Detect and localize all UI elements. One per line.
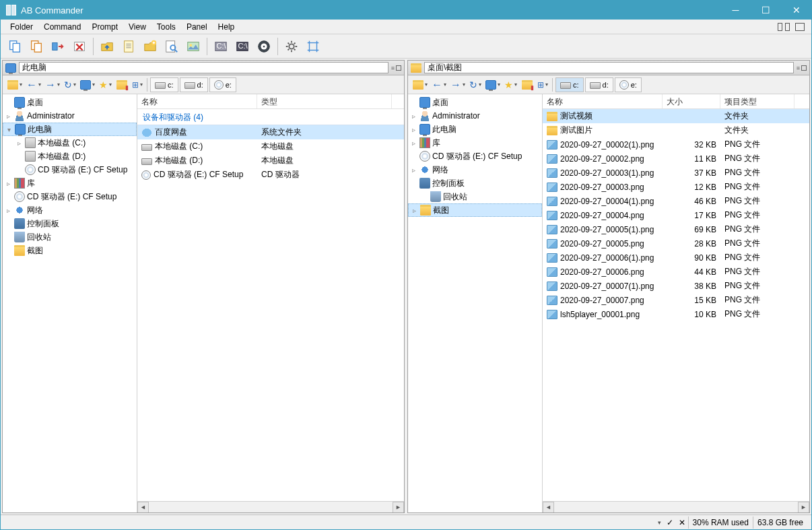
list-row[interactable]: lsh5player_00001.png10 KBPNG 文件	[543, 307, 809, 321]
column-header[interactable]: 名称	[137, 94, 257, 108]
tree-item[interactable]: CD 驱动器 (E:) CF Setup	[408, 150, 542, 163]
list-row[interactable]: 2020-09-27_00004(1).png46 KBPNG 文件	[543, 194, 809, 208]
tree-item[interactable]: ▹此电脑	[408, 123, 542, 136]
expand-icon[interactable]: ▹	[410, 207, 418, 214]
path-menu-icon[interactable]	[801, 65, 807, 71]
horizontal-scrollbar[interactable]: ◄►	[137, 501, 404, 512]
cmd2-button[interactable]: C:\	[232, 36, 252, 57]
list-row[interactable]: 本地磁盘 (C:)本地磁盘	[137, 139, 404, 154]
expand-icon[interactable]: ▹	[409, 166, 417, 174]
path-menu-icon[interactable]	[396, 65, 401, 71]
expand-icon[interactable]: ▹	[4, 180, 12, 187]
list-row[interactable]: 2020-09-27_00003.png12 KBPNG 文件	[543, 180, 809, 194]
menu-view[interactable]: View	[123, 21, 151, 33]
status-dropdown[interactable]: ▾	[655, 519, 664, 526]
list-row[interactable]: CD 驱动器 (E:) CF SetupCD 驱动器	[137, 168, 404, 182]
nav-monitor-button[interactable]: ▾	[78, 77, 96, 92]
list-row[interactable]: 2020-09-27_00004.png17 KBPNG 文件	[543, 208, 809, 222]
list-header[interactable]: 名称大小项目类型	[543, 94, 809, 109]
list-row[interactable]: 测试图片文件夹	[543, 123, 809, 137]
column-header[interactable]: 项目类型	[720, 94, 794, 108]
tree-item[interactable]: CD 驱动器 (E:) CF Setup	[3, 163, 137, 176]
copy2-button[interactable]	[26, 36, 46, 57]
menu-tools[interactable]: Tools	[151, 21, 181, 33]
tree-item[interactable]: 回收站	[3, 230, 137, 244]
drive-d-button[interactable]: d:	[180, 77, 208, 92]
nav-favorite-button[interactable]: ★▾	[502, 77, 518, 92]
layout-horizontal-icon[interactable]	[795, 23, 805, 31]
horizontal-scrollbar[interactable]: ◄►	[543, 501, 809, 512]
drive-c-button[interactable]: c:	[555, 77, 584, 92]
column-header[interactable]: 类型	[257, 94, 392, 108]
tree-item[interactable]: 回收站	[408, 190, 542, 203]
list-row[interactable]: 2020-09-27_00002(1).png32 KBPNG 文件	[543, 137, 809, 152]
column-header[interactable]: 名称	[543, 94, 663, 108]
tree-item[interactable]: 截图	[3, 244, 137, 257]
nav-folder-up-button[interactable]: ▾	[5, 77, 24, 92]
nav-back-button[interactable]: ←▾	[430, 77, 448, 92]
list-row[interactable]: 2020-09-27_00002.png11 KBPNG 文件	[543, 152, 809, 166]
notes-button[interactable]	[119, 36, 139, 57]
list-row[interactable]: 2020-09-27_00003(1).png37 KBPNG 文件	[543, 166, 809, 180]
expand-icon[interactable]: ▹	[409, 126, 417, 133]
tree-item[interactable]: ▹Administrator	[3, 109, 137, 123]
layout-toggle-icons[interactable]	[778, 23, 807, 31]
drive-c-button[interactable]: c:	[150, 77, 178, 92]
drive-e-button[interactable]: e:	[209, 77, 236, 92]
layout-vertical-icon[interactable]	[778, 23, 782, 31]
list-row[interactable]: 测试视频文件夹	[543, 109, 809, 123]
expand-icon[interactable]: ▹	[4, 207, 12, 214]
list-row[interactable]: 本地磁盘 (D:)本地磁盘	[137, 154, 404, 168]
tree-item[interactable]: ▹网络	[408, 163, 542, 176]
close-button[interactable]: ✕	[781, 1, 811, 20]
list-header[interactable]: 名称类型	[137, 94, 404, 109]
list-row[interactable]: 百度网盘系统文件夹	[137, 125, 404, 139]
layout-vertical-icon[interactable]	[785, 23, 790, 31]
folder-tree[interactable]: 桌面▹Administrator▾此电脑▹本地磁盘 (C:)本地磁盘 (D:)C…	[3, 94, 137, 512]
search-button[interactable]	[162, 36, 182, 57]
tree-item[interactable]: ▾此电脑	[3, 123, 137, 136]
nav-forward-button[interactable]: →▾	[448, 77, 467, 92]
drive-e-button[interactable]: e:	[615, 77, 642, 92]
nav-refresh-button[interactable]: ↻▾	[62, 77, 77, 92]
expand-icon[interactable]: ▹	[15, 139, 23, 147]
list-row[interactable]: 2020-09-27_00007.png15 KBPNG 文件	[543, 293, 809, 307]
list-row[interactable]: 2020-09-27_00005(1).png69 KBPNG 文件	[543, 222, 809, 236]
crop-button[interactable]	[303, 36, 323, 57]
list-row[interactable]: 2020-09-27_00007(1).png38 KBPNG 文件	[543, 279, 809, 293]
image-button[interactable]	[183, 36, 203, 57]
nav-view-button[interactable]: ⊞▾	[129, 77, 144, 92]
delete-button[interactable]	[69, 36, 90, 57]
nav-view-button[interactable]: ⊞▾	[535, 77, 549, 92]
new-folder-button[interactable]	[140, 36, 160, 57]
disk-button[interactable]	[254, 36, 274, 57]
expand-icon[interactable]: ▾	[5, 126, 13, 133]
status-close-icon[interactable]: ✕	[676, 518, 688, 527]
menu-help[interactable]: Help	[213, 21, 240, 33]
menu-folder[interactable]: Folder	[5, 21, 38, 33]
cmd-button[interactable]: C:\	[211, 36, 231, 57]
nav-favorite-button[interactable]: ★▾	[97, 77, 113, 92]
folder-tree[interactable]: 桌面▹Administrator▹此电脑▹库CD 驱动器 (E:) CF Set…	[408, 94, 543, 512]
group-header[interactable]: 设备和驱动器 (4)	[137, 109, 404, 125]
tree-item[interactable]: ▹Administrator	[408, 109, 542, 123]
minimize-button[interactable]: ─	[720, 1, 751, 20]
tree-item[interactable]: 本地磁盘 (D:)	[3, 150, 137, 163]
folder-up-button[interactable]	[97, 36, 117, 57]
maximize-button[interactable]: ☐	[751, 1, 781, 20]
tree-item[interactable]: CD 驱动器 (E:) CF Setup	[3, 190, 137, 203]
move-button[interactable]	[48, 36, 68, 57]
list-row[interactable]: 2020-09-27_00006(1).png90 KBPNG 文件	[543, 251, 809, 265]
nav-monitor-button[interactable]: ▾	[483, 77, 502, 92]
tree-item[interactable]: 控制面板	[408, 176, 542, 190]
list-body[interactable]: 测试视频文件夹测试图片文件夹2020-09-27_00002(1).png32 …	[543, 109, 809, 501]
list-row[interactable]: 2020-09-27_00005.png28 KBPNG 文件	[543, 236, 809, 251]
expand-icon[interactable]: ▹	[4, 112, 12, 120]
path-input[interactable]: 桌面\截图	[424, 62, 794, 73]
path-input[interactable]: 此电脑	[19, 62, 388, 73]
tree-item[interactable]: ▹截图	[408, 203, 542, 217]
expand-icon[interactable]: ▹	[409, 112, 417, 120]
nav-filter-button[interactable]: ▮	[519, 77, 534, 92]
nav-refresh-button[interactable]: ↻▾	[467, 77, 483, 92]
tree-item[interactable]: ▹网络	[3, 203, 137, 217]
